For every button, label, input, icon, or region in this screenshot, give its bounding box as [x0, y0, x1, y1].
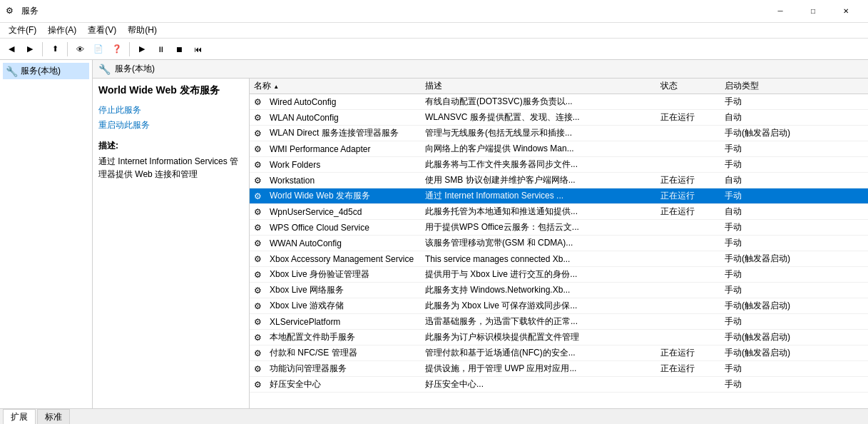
service-name: 好压安全中心	[265, 377, 421, 392]
up-button[interactable]: ⬆	[46, 41, 63, 58]
table-row[interactable]: ⚙功能访问管理器服务提供设施，用于管理 UWP 应用对应用...正在运行手动	[250, 361, 868, 377]
service-status: 正在运行	[656, 361, 720, 376]
service-name: Xbox Live 游戏存储	[265, 298, 421, 313]
table-row[interactable]: ⚙Xbox Live 游戏存储此服务为 Xbox Live 可保存游戏同步保..…	[250, 298, 868, 314]
stop-button[interactable]: ⏹	[170, 41, 188, 58]
maximize-button[interactable]: □	[797, 0, 829, 23]
app-icon: ⚙	[6, 6, 17, 17]
forward-button[interactable]: ▶	[21, 41, 39, 58]
service-status: 正在运行	[656, 173, 720, 188]
service-table-area: 名称 ▲ 描述 状态 启动类型 ⚙Wired AutoConfig有线自动配	[250, 79, 868, 408]
table-row[interactable]: ⚙WLAN AutoConfigWLANSVC 服务提供配置、发现、连接...正…	[250, 110, 868, 126]
service-start-type: 手动	[720, 94, 813, 109]
desc-label: 描述:	[98, 140, 243, 152]
service-status	[656, 148, 720, 151]
tab-expand[interactable]: 扩展	[3, 409, 36, 425]
col-header-desc[interactable]: 描述	[421, 79, 656, 94]
service-icon: ⚙	[250, 238, 265, 248]
pause-button[interactable]: ⏸	[152, 41, 169, 58]
service-desc: 通过 Internet Information Services ...	[421, 188, 656, 203]
nav-item-services-local[interactable]: 🔧 服务(本地)	[3, 63, 89, 79]
table-row[interactable]: ⚙Workstation使用 SMB 协议创建并维护客户端网络...正在运行自动	[250, 173, 868, 188]
service-name: Xbox Live 身份验证管理器	[265, 267, 421, 282]
table-row[interactable]: ⚙好压安全中心好压安全中心...手动	[250, 377, 868, 393]
window-title: 服务	[21, 5, 39, 17]
table-row[interactable]: ⚙WWAN AutoConfig该服务管理移动宽带(GSM 和 CDMA)...…	[250, 236, 868, 251]
table-row[interactable]: ⚙Wired AutoConfig有线自动配置(DOT3SVC)服务负责以...…	[250, 94, 868, 110]
table-row[interactable]: ⚙WLAN Direct 服务连接管理器服务管理与无线服务(包括无线显示和插接.…	[250, 126, 868, 141]
table-row[interactable]: ⚙Xbox Live 网络服务此服务支持 Windows.Networking.…	[250, 283, 868, 298]
service-start-type: 手动	[720, 314, 813, 329]
show-hide-button[interactable]: 👁	[71, 41, 88, 58]
service-start-type: 自动	[720, 110, 813, 125]
col-header-starttype[interactable]: 启动类型	[720, 79, 813, 94]
service-start-type: 手动	[720, 377, 813, 392]
service-icon: ⚙	[250, 128, 265, 138]
service-start-type: 手动	[720, 267, 813, 282]
service-status: 正在运行	[656, 188, 720, 203]
service-status	[656, 226, 720, 229]
service-status	[656, 336, 720, 339]
service-status	[656, 320, 720, 323]
service-icon: ⚙	[250, 97, 265, 107]
service-desc: 管理与无线服务(包括无线显示和插接...	[421, 126, 656, 141]
service-start-type: 手动	[720, 188, 813, 203]
service-status	[656, 258, 720, 261]
nav-item-label: 服务(本地)	[21, 65, 61, 77]
service-desc: 此服务支持 Windows.Networking.Xb...	[421, 283, 656, 298]
menu-view[interactable]: 查看(V)	[82, 23, 122, 38]
table-row[interactable]: ⚙Xbox Live 身份验证管理器提供用于与 Xbox Live 进行交互的身…	[250, 267, 868, 283]
minimize-button[interactable]: ─	[764, 0, 797, 23]
restart-button[interactable]: ⏮	[189, 41, 206, 58]
table-row[interactable]: ⚙WPS Office Cloud Service用于提供WPS Office云…	[250, 220, 868, 236]
table-row[interactable]: ⚙World Wide Web 发布服务通过 Internet Informat…	[250, 188, 868, 204]
table-row[interactable]: ⚙Work Folders此服务将与工作文件夹服务器同步文件...手动	[250, 157, 868, 173]
address-text: 服务(本地)	[115, 63, 155, 75]
properties-button[interactable]: 📄	[90, 41, 107, 58]
service-desc: 管理付款和基于近场通信(NFC)的安全...	[421, 345, 656, 360]
status-bar: 扩展 标准	[0, 408, 868, 424]
service-icon: ⚙	[250, 364, 265, 374]
table-row[interactable]: ⚙XLServicePlatform迅雷基础服务，为迅雷下载软件的正常...手动	[250, 314, 868, 330]
service-name: Wired AutoConfig	[265, 96, 421, 108]
restart-service-link[interactable]: 重启动此服务	[98, 119, 243, 131]
menu-bar: 文件(F) 操作(A) 查看(V) 帮助(H)	[0, 23, 868, 39]
service-icon: ⚙	[250, 270, 265, 280]
service-name: 付款和 NFC/SE 管理器	[265, 345, 421, 360]
menu-action[interactable]: 操作(A)	[42, 23, 82, 38]
tab-standard[interactable]: 标准	[37, 409, 70, 425]
col-header-status[interactable]: 状态	[656, 79, 720, 94]
table-row[interactable]: ⚙WpnUserService_4d5cd此服务托管为本地通知和推送通知提供..…	[250, 204, 868, 220]
service-start-type: 手动(触发器启动)	[720, 330, 813, 345]
service-icon: ⚙	[250, 191, 265, 201]
service-start-type: 手动	[720, 220, 813, 235]
title-bar: ⚙ 服务 ─ □ ✕	[0, 0, 868, 23]
stop-service-link[interactable]: 停止此服务	[98, 104, 243, 116]
table-body[interactable]: ⚙Wired AutoConfig有线自动配置(DOT3SVC)服务负责以...…	[250, 94, 868, 408]
table-row[interactable]: ⚙Xbox Accessory Management ServiceThis s…	[250, 251, 868, 267]
close-button[interactable]: ✕	[829, 0, 862, 23]
menu-help[interactable]: 帮助(H)	[122, 23, 163, 38]
menu-file[interactable]: 文件(F)	[3, 23, 42, 38]
service-name: 功能访问管理器服务	[265, 361, 421, 376]
service-name: WLAN Direct 服务连接管理器服务	[265, 126, 421, 141]
service-desc: 有线自动配置(DOT3SVC)服务负责以...	[421, 94, 656, 109]
content-wrapper: World Wide Web 发布服务 停止此服务 重启动此服务 描述: 通过 …	[93, 79, 868, 408]
service-name: WPS Office Cloud Service	[265, 221, 421, 234]
service-desc: 用于提供WPS Office云服务：包括云文...	[421, 220, 656, 235]
sort-indicator: ▲	[273, 84, 279, 90]
service-status: 正在运行	[656, 345, 720, 360]
table-row[interactable]: ⚙付款和 NFC/SE 管理器管理付款和基于近场通信(NFC)的安全...正在运…	[250, 345, 868, 361]
table-row[interactable]: ⚙WMI Performance Adapter向网络上的客户端提供 Windo…	[250, 141, 868, 157]
service-name: WWAN AutoConfig	[265, 237, 421, 250]
service-start-type: 自动	[720, 204, 813, 219]
help-button[interactable]: ❓	[108, 41, 126, 58]
back-button[interactable]: ◀	[3, 41, 20, 58]
service-icon: ⚙	[250, 254, 265, 264]
play-button[interactable]: ▶	[133, 41, 150, 58]
col-header-name[interactable]: 名称 ▲	[250, 79, 421, 94]
table-row[interactable]: ⚙本地配置文件助手服务此服务为订户标识模块提供配置文件管理手动(触发器启动)	[250, 330, 868, 345]
service-status	[656, 242, 720, 245]
service-name: Xbox Live 网络服务	[265, 283, 421, 298]
service-desc: This service manages connected Xb...	[421, 253, 656, 266]
